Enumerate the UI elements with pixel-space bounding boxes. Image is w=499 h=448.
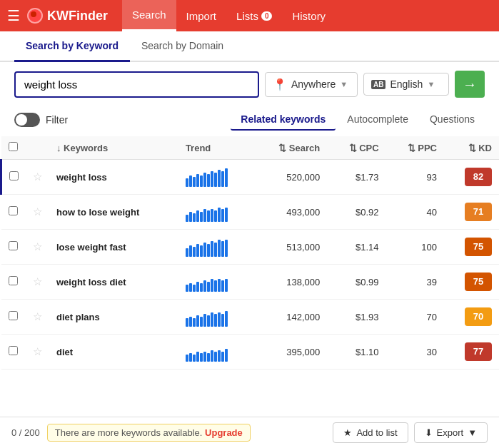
tab-search-by-domain[interactable]: Search by Domain <box>130 31 235 62</box>
trend-bar <box>189 317 192 327</box>
keyword-tabs: Related keywords Autocomplete Questions <box>231 109 485 131</box>
search-input[interactable] <box>14 71 259 98</box>
star-icon[interactable]: ☆ <box>33 205 42 218</box>
content-area: Search by Keyword Search by Domain 📍 Any… <box>0 31 499 448</box>
trend-bar <box>196 210 199 222</box>
trend-bar <box>218 350 221 362</box>
upgrade-notice: There are more keywords available. Upgra… <box>47 424 251 442</box>
keyword-name: weight loss diet <box>56 277 126 287</box>
keyword-name: weight loss <box>56 172 107 183</box>
trend-bar <box>193 355 196 362</box>
keywords-table: ↓ Keywords Trend ⇅ Search ⇅ CPC ⇅ PPC <box>0 136 499 370</box>
footer-bar: 0 / 200 There are more keywords availabl… <box>0 417 499 448</box>
trend-chart <box>186 237 246 257</box>
th-cpc[interactable]: ⇅ CPC <box>327 136 385 160</box>
export-button[interactable]: ⬇ Export ▼ <box>414 422 488 443</box>
trend-bar <box>218 170 221 187</box>
language-chevron: ▼ <box>427 80 435 88</box>
trend-bar <box>207 315 210 327</box>
th-keywords[interactable]: ↓ Keywords <box>49 136 178 160</box>
trend-bar <box>218 279 221 292</box>
th-kd[interactable]: ⇅ KD <box>444 136 499 160</box>
search-volume: 493,000 <box>286 207 320 218</box>
table-row: ☆how to lose weight493,000$0.924071 <box>1 195 500 230</box>
trend-bar <box>186 178 188 187</box>
hamburger-icon[interactable]: ☰ <box>7 7 20 24</box>
trend-bar <box>221 314 224 327</box>
nav-import[interactable]: Import <box>176 0 227 31</box>
search-tabs: Search by Keyword Search by Domain <box>0 31 499 62</box>
tab-search-by-keyword[interactable]: Search by Keyword <box>14 31 130 62</box>
logo: KWFinder <box>27 8 108 24</box>
trend-bar <box>200 212 203 222</box>
filter-toggle[interactable] <box>14 113 40 127</box>
language-select[interactable]: AB English ▼ <box>363 73 449 96</box>
star-icon[interactable]: ☆ <box>33 310 42 322</box>
nav-history[interactable]: History <box>282 0 336 31</box>
cpc-value: $1.73 <box>356 172 379 183</box>
row-checkbox[interactable] <box>9 206 18 215</box>
trend-bar <box>214 314 217 327</box>
trend-chart <box>186 167 246 187</box>
kwtab-related[interactable]: Related keywords <box>231 109 336 131</box>
th-star <box>26 136 49 160</box>
filter-label[interactable]: Filter <box>46 114 68 126</box>
trend-bar <box>200 317 203 327</box>
trend-bar <box>203 243 206 257</box>
search-volume: 142,000 <box>286 312 320 322</box>
keywords-table-wrap: ↓ Keywords Trend ⇅ Search ⇅ CPC ⇅ PPC <box>0 136 499 413</box>
trend-bar <box>211 171 213 187</box>
search-button[interactable]: → <box>455 71 485 98</box>
ppc-value: 100 <box>421 242 437 253</box>
trend-bar <box>193 247 196 257</box>
star-icon[interactable]: ☆ <box>33 275 42 287</box>
th-trend-label: Trend <box>186 143 211 153</box>
row-checkbox[interactable] <box>9 241 18 250</box>
location-select[interactable]: 📍 Anywhere ▼ <box>265 72 358 97</box>
star-icon[interactable]: ☆ <box>33 170 42 183</box>
trend-bar <box>225 311 228 327</box>
nav-lists[interactable]: Lists 0 <box>226 0 282 31</box>
trend-bar <box>200 283 203 292</box>
star-icon[interactable]: ☆ <box>33 345 42 357</box>
export-chevron: ▼ <box>468 427 477 438</box>
trend-bar <box>196 352 199 362</box>
trend-bar <box>186 285 188 292</box>
ppc-value: 39 <box>427 277 437 287</box>
trend-bar <box>225 168 228 187</box>
kd-badge: 75 <box>465 238 492 256</box>
select-all-checkbox[interactable] <box>9 142 18 151</box>
upgrade-link[interactable]: Upgrade <box>205 427 243 438</box>
footer-left: 0 / 200 There are more keywords availabl… <box>11 424 251 442</box>
table-row: ☆weight loss520,000$1.739382 <box>1 160 500 195</box>
row-checkbox[interactable] <box>9 276 18 285</box>
kd-badge: 70 <box>465 307 492 326</box>
row-checkbox[interactable] <box>9 346 18 355</box>
trend-bar <box>203 280 206 292</box>
kwtab-questions[interactable]: Questions <box>420 109 485 131</box>
row-checkbox[interactable] <box>9 311 18 320</box>
trend-bar <box>200 353 203 362</box>
cpc-value: $1.10 <box>356 347 379 357</box>
location-chevron: ▼ <box>340 80 348 88</box>
keyword-name: diet <box>56 347 73 357</box>
trend-bar <box>186 215 188 222</box>
kwtab-autocomplete[interactable]: Autocomplete <box>337 109 418 131</box>
th-ppc[interactable]: ⇅ PPC <box>386 136 444 160</box>
cpc-value: $1.14 <box>356 242 379 253</box>
nav-search[interactable]: Search <box>122 0 176 31</box>
trend-bar <box>196 315 199 327</box>
add-to-list-button[interactable]: ★ Add to list <box>333 422 408 443</box>
sort-icon: ⇅ <box>278 143 286 153</box>
trend-bar <box>207 174 210 187</box>
th-search[interactable]: ⇅ Search <box>253 136 328 160</box>
filter-row: Filter Related keywords Autocomplete Que… <box>0 106 499 136</box>
star-icon[interactable]: ☆ <box>33 240 42 253</box>
search-volume: 395,000 <box>286 347 320 357</box>
cpc-value: $0.99 <box>356 277 379 287</box>
trend-bar <box>186 318 188 327</box>
star-icon: ★ <box>343 427 352 438</box>
trend-bar <box>225 349 228 362</box>
location-icon: 📍 <box>273 78 287 91</box>
row-checkbox[interactable] <box>9 171 19 180</box>
